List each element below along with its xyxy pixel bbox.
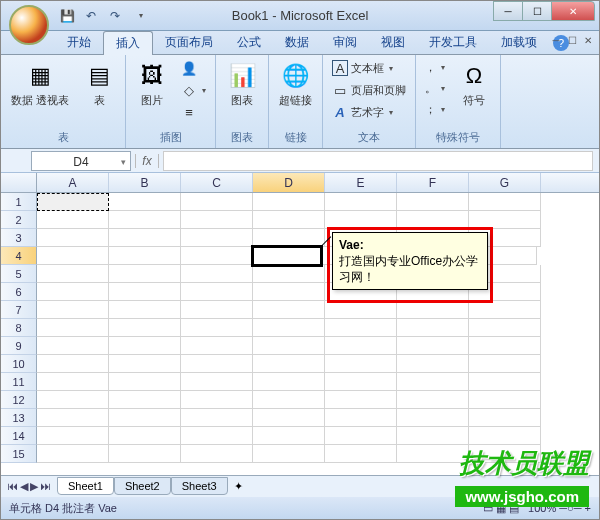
row-header[interactable]: 5	[1, 265, 37, 283]
cell[interactable]	[397, 373, 469, 391]
cell[interactable]	[109, 301, 181, 319]
sheet-tab-2[interactable]: Sheet2	[114, 477, 171, 495]
cell[interactable]	[469, 319, 541, 337]
row-header[interactable]: 10	[1, 355, 37, 373]
close-button[interactable]: ✕	[551, 1, 595, 21]
cell[interactable]	[253, 319, 325, 337]
row-header[interactable]: 13	[1, 409, 37, 427]
tab-developer[interactable]: 开发工具	[417, 31, 489, 54]
cell[interactable]	[469, 211, 541, 229]
zoom-controls[interactable]: ▭ ▦ ▤ 100% ─○─ +	[483, 502, 591, 515]
cell[interactable]	[181, 211, 253, 229]
cell[interactable]	[325, 211, 397, 229]
cell[interactable]	[37, 247, 109, 265]
cell[interactable]	[181, 319, 253, 337]
cell[interactable]	[253, 427, 325, 445]
sheet-next-icon[interactable]: ▶	[30, 480, 38, 493]
cell[interactable]	[253, 283, 325, 301]
cell[interactable]	[37, 319, 109, 337]
cell[interactable]	[37, 445, 109, 463]
cell[interactable]	[253, 211, 325, 229]
cell[interactable]	[37, 301, 109, 319]
cell[interactable]	[469, 193, 541, 211]
cell[interactable]	[253, 355, 325, 373]
sheet-last-icon[interactable]: ⏭	[40, 480, 51, 493]
cell[interactable]	[181, 247, 253, 265]
cell[interactable]	[325, 193, 397, 211]
cell[interactable]	[469, 301, 541, 319]
headerfooter-button[interactable]: ▭页眉和页脚	[329, 80, 409, 100]
redo-icon[interactable]: ↷	[105, 6, 125, 26]
cell[interactable]	[181, 373, 253, 391]
row-header[interactable]: 1	[1, 193, 37, 211]
col-header-E[interactable]: E	[325, 173, 397, 192]
row-header[interactable]: 15	[1, 445, 37, 463]
chart-button[interactable]: 📊 图表	[222, 58, 262, 109]
cell[interactable]	[181, 229, 253, 247]
cell[interactable]	[37, 211, 109, 229]
cell[interactable]	[181, 409, 253, 427]
cell[interactable]	[397, 427, 469, 445]
tab-formulas[interactable]: 公式	[225, 31, 273, 54]
cell[interactable]	[253, 373, 325, 391]
cell[interactable]	[397, 391, 469, 409]
table-button[interactable]: ▤ 表	[79, 58, 119, 109]
cell[interactable]	[109, 211, 181, 229]
symbol-button[interactable]: Ω 符号	[454, 58, 494, 109]
col-header-B[interactable]: B	[109, 173, 181, 192]
cell[interactable]	[109, 427, 181, 445]
cell[interactable]	[181, 337, 253, 355]
col-header-D[interactable]: D	[253, 173, 325, 192]
tab-page-layout[interactable]: 页面布局	[153, 31, 225, 54]
cell[interactable]	[469, 337, 541, 355]
save-icon[interactable]: 💾	[57, 6, 77, 26]
cell[interactable]	[109, 193, 181, 211]
cell[interactable]	[397, 211, 469, 229]
row-header[interactable]: 12	[1, 391, 37, 409]
sheet-tab-3[interactable]: Sheet3	[171, 477, 228, 495]
cell[interactable]	[325, 319, 397, 337]
cell[interactable]	[37, 337, 109, 355]
cell[interactable]	[253, 301, 325, 319]
office-button[interactable]	[9, 5, 49, 45]
cell[interactable]	[469, 409, 541, 427]
tab-addins[interactable]: 加载项	[489, 31, 549, 54]
tab-data[interactable]: 数据	[273, 31, 321, 54]
cell[interactable]	[469, 373, 541, 391]
cell[interactable]	[37, 409, 109, 427]
cell[interactable]	[37, 229, 109, 247]
mdi-minimize[interactable]: ─	[549, 35, 563, 46]
qat-dropdown-icon[interactable]: ▾	[131, 6, 151, 26]
maximize-button[interactable]: ☐	[522, 1, 552, 21]
cell[interactable]	[109, 445, 181, 463]
cell[interactable]	[181, 265, 253, 283]
row-header[interactable]: 7	[1, 301, 37, 319]
cell[interactable]	[325, 427, 397, 445]
cell[interactable]	[37, 283, 109, 301]
cell[interactable]	[253, 445, 325, 463]
picture-button[interactable]: 🖼 图片	[132, 58, 172, 109]
sheet-prev-icon[interactable]: ◀	[20, 480, 28, 493]
cell[interactable]	[181, 445, 253, 463]
cell[interactable]	[397, 409, 469, 427]
mdi-restore[interactable]: ☐	[565, 35, 579, 46]
cell[interactable]	[325, 355, 397, 373]
tab-view[interactable]: 视图	[369, 31, 417, 54]
cell[interactable]	[37, 391, 109, 409]
row-header[interactable]: 11	[1, 373, 37, 391]
row-header[interactable]: 9	[1, 337, 37, 355]
undo-icon[interactable]: ↶	[81, 6, 101, 26]
cell[interactable]	[37, 373, 109, 391]
cell[interactable]	[109, 355, 181, 373]
row-header[interactable]: 6	[1, 283, 37, 301]
row-header[interactable]: 8	[1, 319, 37, 337]
cell[interactable]	[253, 391, 325, 409]
cell[interactable]	[181, 427, 253, 445]
cell[interactable]	[181, 391, 253, 409]
cell[interactable]	[253, 409, 325, 427]
shapes-button[interactable]: ◇▾	[178, 80, 209, 100]
cell[interactable]	[253, 193, 325, 211]
cell[interactable]	[325, 391, 397, 409]
cell[interactable]	[325, 373, 397, 391]
hyperlink-button[interactable]: 🌐 超链接	[275, 58, 316, 109]
